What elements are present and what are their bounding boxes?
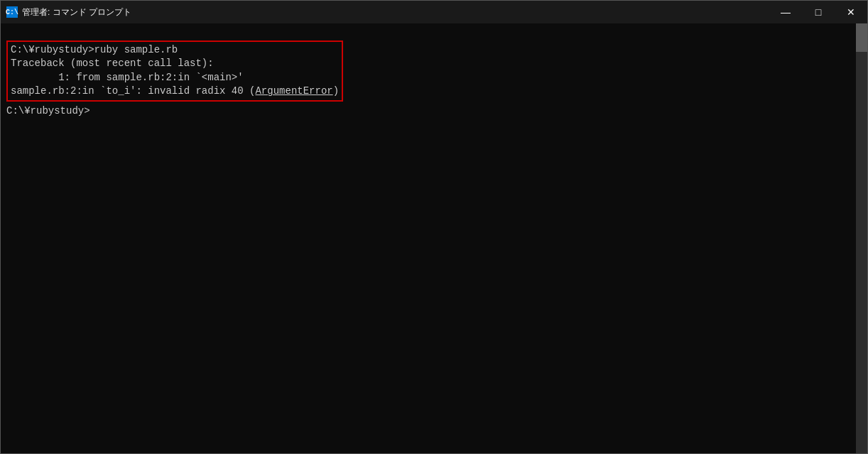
window-controls: — □ ✕	[769, 1, 867, 23]
console-line4: sample.rb:2:in `to_i': invalid radix 40 …	[11, 85, 339, 97]
scrollbar[interactable]	[856, 23, 867, 453]
console-prompt: C:\¥rubystudy>	[6, 105, 90, 117]
title-bar: C:\ 管理者: コマンド プロンプト — □ ✕	[1, 1, 867, 23]
error-type: ArgumentError	[255, 85, 332, 97]
console-line3: 1: from sample.rb:2:in `<main>'	[11, 72, 244, 83]
console-output[interactable]: C:\¥rubystudy>ruby sample.rb Traceback (…	[1, 23, 856, 453]
close-button[interactable]: ✕	[835, 1, 867, 23]
console-body: C:\¥rubystudy>ruby sample.rb Traceback (…	[1, 23, 867, 453]
console-line1: C:\¥rubystudy>ruby sample.rb	[11, 44, 178, 55]
cmd-window: C:\ 管理者: コマンド プロンプト — □ ✕ C:\¥rubystudy>…	[0, 0, 868, 454]
window-title: 管理者: コマンド プロンプト	[22, 6, 131, 18]
minimize-button[interactable]: —	[769, 1, 802, 23]
scrollbar-thumb[interactable]	[856, 23, 867, 52]
app-icon: C:\	[6, 6, 18, 18]
error-box: C:\¥rubystudy>ruby sample.rb Traceback (…	[6, 40, 343, 102]
maximize-button[interactable]: □	[802, 1, 835, 23]
title-bar-left: C:\ 管理者: コマンド プロンプト	[6, 6, 131, 18]
console-line2: Traceback (most recent call last):	[11, 58, 214, 69]
